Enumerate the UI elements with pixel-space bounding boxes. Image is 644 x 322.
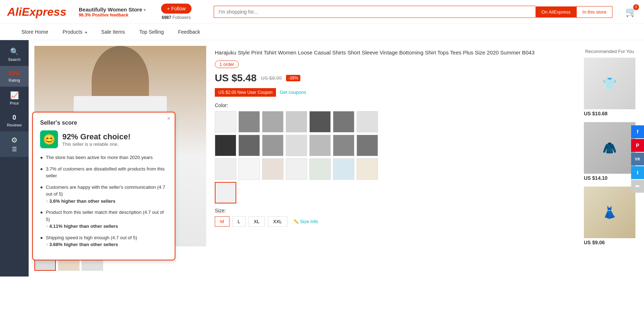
rec-price-2: US $14.10	[584, 175, 607, 181]
follow-button[interactable]: + Follow	[161, 4, 192, 14]
discount-badge: -39%	[286, 75, 300, 81]
size-btn-xxl[interactable]: XXL	[268, 216, 287, 227]
size-btn-m[interactable]: M	[215, 216, 229, 227]
seller-score-popup: × Seller's score 😊 92% Great choice! Thi…	[32, 112, 175, 260]
recommended-title: Recommended For You	[584, 49, 635, 54]
color-swatch-4[interactable]	[286, 111, 307, 133]
color-swatch-8[interactable]	[215, 135, 236, 156]
sidebar-item-settings[interactable]: ⚙ ☰	[0, 131, 29, 157]
close-popup-button[interactable]: ×	[167, 115, 170, 122]
color-swatch-3[interactable]	[262, 111, 284, 133]
search-input[interactable]	[214, 6, 536, 18]
main-content: 🔍 Search 92% Rating 📈 Price 0 Reviews ⚙ …	[0, 40, 644, 277]
popup-title: Seller's score	[40, 120, 168, 126]
color-swatch-17[interactable]	[262, 158, 284, 180]
rec-image-1: 👕	[584, 58, 635, 109]
size-info-link[interactable]: 📏 Size Info	[293, 219, 318, 224]
up-arrow-3: ↑	[46, 199, 48, 204]
social-sidebar: f P VK t ✏	[631, 125, 644, 193]
popup-list-item-1: The store has been active for more than …	[40, 154, 168, 161]
search-aliexpress-button[interactable]: On AliExpress	[536, 6, 576, 18]
size-btn-l[interactable]: L	[232, 216, 246, 227]
rec-image-2: 🧥	[584, 122, 635, 174]
sidebar-item-search[interactable]: 🔍 Search	[0, 43, 29, 66]
sidebar-item-reviews[interactable]: 0 Reviews	[0, 110, 29, 131]
popup-list-item-5: Shipping speed is high enough (4.7 out o…	[40, 234, 168, 248]
coupon-button[interactable]: US $2.00 New User Coupon	[215, 88, 276, 97]
pinterest-share-button[interactable]: P	[631, 139, 644, 152]
color-swatch-5[interactable]	[309, 111, 331, 133]
color-swatch-20[interactable]	[333, 158, 354, 180]
popup-list-item-3: Customers are happy with the seller's co…	[40, 184, 168, 205]
store-info: Beautifully Women Store ▾ 96.3% Positive…	[79, 6, 146, 18]
search-area: On AliExpress In this store	[214, 6, 612, 18]
rec-item-2[interactable]: 🧥 US $14.10	[584, 122, 635, 181]
up-arrow-5: ↑	[46, 242, 48, 247]
logo: AliExpress	[7, 5, 72, 19]
color-swatch-11[interactable]	[286, 135, 307, 156]
popup-list: The store has been active for more than …	[40, 154, 168, 248]
product-area: × Seller's score 😊 92% Great choice! Thi…	[29, 40, 644, 277]
nav-top-selling[interactable]: Top Selling	[132, 24, 171, 40]
color-swatch-7[interactable]	[357, 111, 378, 133]
nav-products[interactable]: Products ▾	[55, 24, 94, 40]
rec-item-1[interactable]: 👕 US $10.68	[584, 58, 635, 116]
price-original: US $8.99	[261, 75, 282, 81]
search-store-button[interactable]: In this store	[576, 6, 612, 18]
rec-image-3: 👗	[584, 187, 635, 238]
rec-price-1: US $10.68	[584, 111, 607, 116]
color-grid	[215, 111, 572, 203]
price-main: US $5.48	[215, 72, 257, 84]
popup-score: 😊 92% Great choice! This seller is a rel…	[40, 130, 168, 148]
sidebar-item-rating[interactable]: 92% Rating	[0, 66, 29, 87]
twitter-share-button[interactable]: t	[631, 166, 644, 179]
size-section: Size: M L XL XXL 📏 Size Info	[215, 208, 572, 227]
get-coupons-link[interactable]: Get coupons	[280, 90, 306, 95]
color-swatch-19[interactable]	[309, 158, 331, 180]
up-arrow-4: ↑	[46, 224, 48, 229]
follow-section: + Follow 6987 Followers	[153, 4, 199, 20]
nav-feedback[interactable]: Feedback	[171, 24, 207, 40]
color-swatch-9[interactable]	[238, 135, 260, 156]
color-swatch-1[interactable]	[215, 111, 236, 133]
size-label: Size:	[215, 208, 572, 213]
color-swatch-12[interactable]	[309, 135, 331, 156]
color-swatch-18[interactable]	[286, 158, 307, 180]
navigation: Store Home Products ▾ Sale Items Top Sel…	[0, 24, 644, 40]
rating-value: 92%	[9, 70, 20, 77]
color-swatch-14[interactable]	[357, 135, 378, 156]
followers-count: 6987 Followers	[162, 15, 191, 20]
search-icon: 🔍	[10, 47, 19, 56]
order-badge: 1 order	[215, 61, 239, 68]
cart-badge: 0	[633, 4, 639, 10]
color-swatch-21[interactable]	[357, 158, 378, 180]
color-swatch-16[interactable]	[238, 158, 260, 180]
nav-store-home[interactable]: Store Home	[14, 24, 55, 40]
cart-icon[interactable]: 🛒 0	[625, 6, 637, 18]
rec-price-3: US $9.06	[584, 240, 605, 245]
header: AliExpress Beautifully Women Store ▾ 96.…	[0, 0, 644, 24]
nav-sale-items[interactable]: Sale Items	[94, 24, 132, 40]
recommended-section: Recommended For You 👕 US $10.68 🧥 US $14…	[581, 46, 638, 271]
popup-list-item-4: Product from this seller match their des…	[40, 209, 168, 230]
color-section: Color:	[215, 102, 572, 203]
rec-item-3[interactable]: 👗 US $9.06	[584, 187, 635, 245]
coupon-row: US $2.00 New User Coupon Get coupons	[215, 88, 572, 97]
color-swatch-22[interactable]	[215, 182, 236, 203]
settings-icon: ⚙	[11, 136, 18, 144]
popup-list-item-2: 3.7% of customers are dissatisfied with …	[40, 165, 168, 179]
color-swatch-13[interactable]	[333, 135, 354, 156]
color-swatch-2[interactable]	[238, 111, 260, 133]
sidebar-item-price[interactable]: 📈 Price	[0, 87, 29, 110]
color-swatch-15[interactable]	[215, 158, 236, 180]
edit-button[interactable]: ✏	[631, 180, 644, 193]
vk-share-button[interactable]: VK	[631, 153, 644, 165]
size-btn-xl[interactable]: XL	[248, 216, 265, 227]
facebook-share-button[interactable]: f	[631, 125, 644, 138]
color-swatch-6[interactable]	[333, 111, 354, 133]
score-subtext: This seller is a reliable one.	[62, 141, 131, 147]
score-icon: 😊	[40, 130, 58, 148]
color-swatch-10[interactable]	[262, 135, 284, 156]
score-heading: 92% Great choice!	[62, 132, 131, 141]
store-name: Beautifully Women Store ▾	[79, 6, 146, 13]
